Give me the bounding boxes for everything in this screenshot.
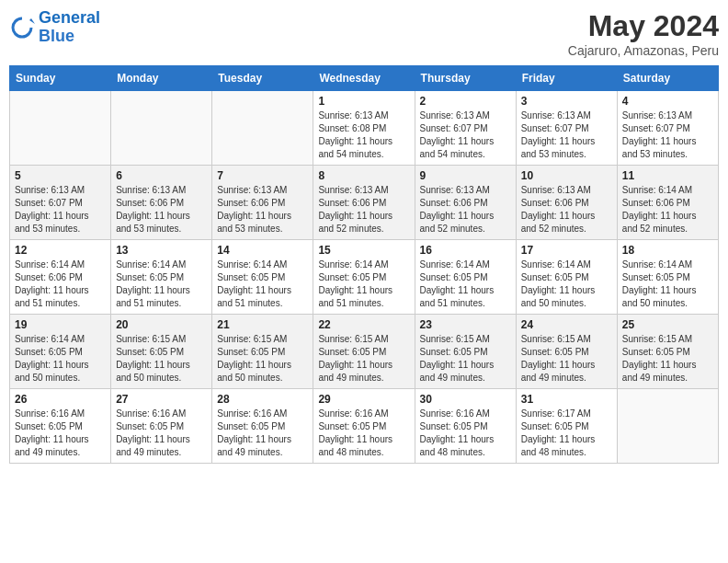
calendar-week-row: 12Sunrise: 6:14 AM Sunset: 6:06 PM Dayli… — [10, 240, 719, 315]
day-number: 18 — [622, 244, 713, 257]
day-number: 21 — [217, 318, 308, 331]
day-info: Sunrise: 6:15 AM Sunset: 6:05 PM Dayligh… — [217, 333, 308, 385]
day-number: 19 — [15, 318, 106, 331]
calendar-cell: 29Sunrise: 6:16 AM Sunset: 6:05 PM Dayli… — [313, 389, 415, 464]
day-info: Sunrise: 6:13 AM Sunset: 6:07 PM Dayligh… — [622, 109, 713, 161]
day-number: 26 — [15, 393, 106, 406]
day-info: Sunrise: 6:15 AM Sunset: 6:05 PM Dayligh… — [622, 333, 713, 385]
day-info: Sunrise: 6:13 AM Sunset: 6:06 PM Dayligh… — [521, 184, 612, 236]
calendar-cell: 18Sunrise: 6:14 AM Sunset: 6:05 PM Dayli… — [617, 240, 718, 315]
day-info: Sunrise: 6:14 AM Sunset: 6:05 PM Dayligh… — [622, 259, 713, 310]
calendar-cell: 24Sunrise: 6:15 AM Sunset: 6:05 PM Dayli… — [516, 315, 617, 389]
day-info: Sunrise: 6:16 AM Sunset: 6:05 PM Dayligh… — [420, 408, 511, 459]
day-info: Sunrise: 6:16 AM Sunset: 6:05 PM Dayligh… — [318, 408, 409, 459]
day-info: Sunrise: 6:14 AM Sunset: 6:05 PM Dayligh… — [521, 259, 612, 310]
calendar-cell: 5Sunrise: 6:13 AM Sunset: 6:07 PM Daylig… — [10, 166, 111, 240]
calendar-cell: 13Sunrise: 6:14 AM Sunset: 6:05 PM Dayli… — [111, 240, 212, 315]
calendar-cell: 27Sunrise: 6:16 AM Sunset: 6:05 PM Dayli… — [111, 389, 212, 464]
calendar-cell: 19Sunrise: 6:14 AM Sunset: 6:05 PM Dayli… — [10, 315, 111, 389]
calendar-cell: 21Sunrise: 6:15 AM Sunset: 6:05 PM Dayli… — [212, 315, 313, 389]
calendar-cell: 17Sunrise: 6:14 AM Sunset: 6:05 PM Dayli… — [516, 240, 617, 315]
calendar-cell — [10, 91, 111, 166]
day-number: 7 — [217, 169, 308, 182]
calendar-cell: 2Sunrise: 6:13 AM Sunset: 6:07 PM Daylig… — [415, 91, 516, 166]
weekday-header-cell: Saturday — [617, 66, 718, 91]
day-info: Sunrise: 6:14 AM Sunset: 6:05 PM Dayligh… — [217, 259, 308, 310]
day-number: 28 — [217, 393, 308, 406]
day-info: Sunrise: 6:13 AM Sunset: 6:06 PM Dayligh… — [420, 184, 511, 236]
day-number: 14 — [217, 244, 308, 257]
calendar-cell: 12Sunrise: 6:14 AM Sunset: 6:06 PM Dayli… — [10, 240, 111, 315]
calendar-cell: 23Sunrise: 6:15 AM Sunset: 6:05 PM Dayli… — [415, 315, 516, 389]
day-info: Sunrise: 6:15 AM Sunset: 6:05 PM Dayligh… — [318, 333, 409, 385]
day-info: Sunrise: 6:13 AM Sunset: 6:08 PM Dayligh… — [318, 109, 409, 161]
weekday-header-cell: Tuesday — [212, 66, 313, 91]
day-number: 22 — [318, 318, 409, 331]
calendar-cell: 25Sunrise: 6:15 AM Sunset: 6:05 PM Dayli… — [617, 315, 718, 389]
month-year: May 2024 — [568, 9, 719, 43]
day-info: Sunrise: 6:14 AM Sunset: 6:05 PM Dayligh… — [116, 259, 207, 310]
day-number: 29 — [318, 393, 409, 406]
calendar-cell: 11Sunrise: 6:14 AM Sunset: 6:06 PM Dayli… — [617, 166, 718, 240]
calendar-cell: 1Sunrise: 6:13 AM Sunset: 6:08 PM Daylig… — [313, 91, 415, 166]
day-number: 8 — [318, 169, 409, 182]
weekday-header-cell: Wednesday — [313, 66, 415, 91]
day-info: Sunrise: 6:15 AM Sunset: 6:05 PM Dayligh… — [116, 333, 207, 385]
calendar-table: SundayMondayTuesdayWednesdayThursdayFrid… — [9, 65, 719, 464]
day-info: Sunrise: 6:13 AM Sunset: 6:07 PM Dayligh… — [420, 109, 511, 161]
weekday-header-row: SundayMondayTuesdayWednesdayThursdayFrid… — [10, 66, 719, 91]
day-info: Sunrise: 6:14 AM Sunset: 6:05 PM Dayligh… — [420, 259, 511, 310]
calendar-cell — [111, 91, 212, 166]
calendar-cell: 20Sunrise: 6:15 AM Sunset: 6:05 PM Dayli… — [111, 315, 212, 389]
day-number: 24 — [521, 318, 612, 331]
calendar-cell: 28Sunrise: 6:16 AM Sunset: 6:05 PM Dayli… — [212, 389, 313, 464]
day-number: 31 — [521, 393, 612, 406]
day-info: Sunrise: 6:13 AM Sunset: 6:07 PM Dayligh… — [521, 109, 612, 161]
calendar-cell: 14Sunrise: 6:14 AM Sunset: 6:05 PM Dayli… — [212, 240, 313, 315]
day-number: 23 — [420, 318, 511, 331]
title-block: May 2024 Cajaruro, Amazonas, Peru — [568, 9, 719, 58]
calendar-cell: 26Sunrise: 6:16 AM Sunset: 6:05 PM Dayli… — [10, 389, 111, 464]
day-number: 4 — [622, 95, 713, 108]
calendar-cell: 15Sunrise: 6:14 AM Sunset: 6:05 PM Dayli… — [313, 240, 415, 315]
day-number: 3 — [521, 95, 612, 108]
logo-icon — [9, 15, 35, 40]
day-number: 11 — [622, 169, 713, 182]
day-info: Sunrise: 6:14 AM Sunset: 6:05 PM Dayligh… — [318, 259, 409, 310]
day-number: 2 — [420, 95, 511, 108]
calendar-cell: 8Sunrise: 6:13 AM Sunset: 6:06 PM Daylig… — [313, 166, 415, 240]
day-number: 17 — [521, 244, 612, 257]
day-info: Sunrise: 6:16 AM Sunset: 6:05 PM Dayligh… — [217, 408, 308, 459]
calendar-cell: 31Sunrise: 6:17 AM Sunset: 6:05 PM Dayli… — [516, 389, 617, 464]
day-number: 1 — [318, 95, 409, 108]
day-info: Sunrise: 6:13 AM Sunset: 6:06 PM Dayligh… — [318, 184, 409, 236]
day-info: Sunrise: 6:14 AM Sunset: 6:06 PM Dayligh… — [15, 259, 106, 310]
day-number: 12 — [15, 244, 106, 257]
day-number: 5 — [15, 169, 106, 182]
day-info: Sunrise: 6:16 AM Sunset: 6:05 PM Dayligh… — [116, 408, 207, 459]
day-info: Sunrise: 6:14 AM Sunset: 6:06 PM Dayligh… — [622, 184, 713, 236]
location: Cajaruro, Amazonas, Peru — [568, 43, 719, 58]
day-number: 16 — [420, 244, 511, 257]
calendar-week-row: 26Sunrise: 6:16 AM Sunset: 6:05 PM Dayli… — [10, 389, 719, 464]
day-info: Sunrise: 6:14 AM Sunset: 6:05 PM Dayligh… — [15, 333, 106, 385]
weekday-header-cell: Sunday — [10, 66, 111, 91]
calendar-cell: 6Sunrise: 6:13 AM Sunset: 6:06 PM Daylig… — [111, 166, 212, 240]
day-number: 20 — [116, 318, 207, 331]
day-number: 30 — [420, 393, 511, 406]
page-header: General Blue May 2024 Cajaruro, Amazonas… — [9, 9, 719, 58]
calendar-body: 1Sunrise: 6:13 AM Sunset: 6:08 PM Daylig… — [10, 91, 719, 464]
calendar-cell — [617, 389, 718, 464]
day-info: Sunrise: 6:13 AM Sunset: 6:06 PM Dayligh… — [116, 184, 207, 236]
day-number: 27 — [116, 393, 207, 406]
calendar-week-row: 1Sunrise: 6:13 AM Sunset: 6:08 PM Daylig… — [10, 91, 719, 166]
day-number: 15 — [318, 244, 409, 257]
calendar-cell: 22Sunrise: 6:15 AM Sunset: 6:05 PM Dayli… — [313, 315, 415, 389]
logo-line2: Blue — [39, 27, 74, 45]
calendar-cell: 16Sunrise: 6:14 AM Sunset: 6:05 PM Dayli… — [415, 240, 516, 315]
day-number: 9 — [420, 169, 511, 182]
logo-line1: General — [39, 8, 100, 27]
day-number: 6 — [116, 169, 207, 182]
day-number: 13 — [116, 244, 207, 257]
calendar-cell: 10Sunrise: 6:13 AM Sunset: 6:06 PM Dayli… — [516, 166, 617, 240]
